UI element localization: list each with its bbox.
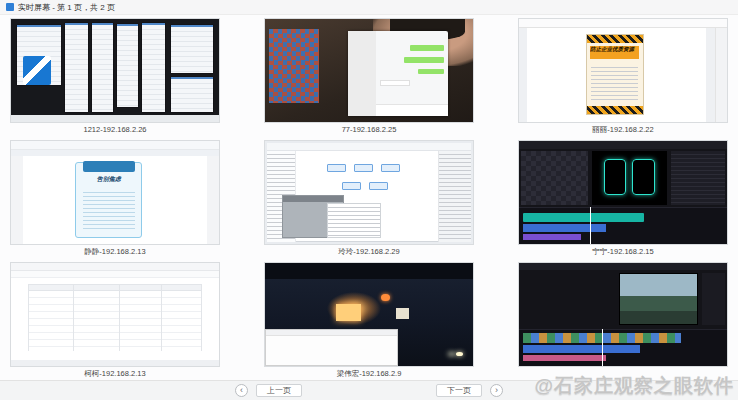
screen-thumbnail[interactable]: 告别焦虑 xyxy=(10,140,220,245)
table-gridline xyxy=(119,284,120,351)
screen-thumbnail[interactable] xyxy=(518,262,728,367)
preview-panel xyxy=(619,273,698,325)
flow-node xyxy=(327,164,346,172)
screen-thumbnail[interactable]: 防止企业优质资源 xyxy=(518,18,728,123)
timeline-clip xyxy=(523,355,606,361)
screen-thumbnail[interactable] xyxy=(264,140,474,245)
screens-grid: 1212-192.168.2.26 77-192.168.2.25 xyxy=(0,15,738,400)
app-toolbar xyxy=(11,263,219,271)
screen-thumbnail[interactable] xyxy=(264,18,474,123)
playhead xyxy=(602,329,603,366)
screen-tile[interactable]: 77-192.168.2.25 xyxy=(264,18,474,134)
screen-caption: 1212-192.168.2.26 xyxy=(10,125,220,134)
app-titlebar xyxy=(267,143,471,151)
properties-panel xyxy=(671,151,725,205)
pagination-spacer xyxy=(310,390,428,391)
street-sign xyxy=(396,308,408,318)
note-ribbon xyxy=(83,161,135,171)
screen-caption: 静静-192.168.2.13 xyxy=(10,247,220,256)
screen-tile[interactable]: 玲玲-192.168.2.29 xyxy=(264,140,474,256)
screen-thumbnail[interactable] xyxy=(10,262,220,367)
screen-tile[interactable]: 1212-192.168.2.26 xyxy=(10,18,220,134)
lantern-light xyxy=(381,294,389,301)
clip-library xyxy=(523,273,610,325)
timeline-clip xyxy=(523,234,581,240)
preview-panel xyxy=(592,151,667,205)
next-page-circle-button[interactable]: › xyxy=(490,384,503,397)
side-toolbar xyxy=(715,28,727,122)
mini-window xyxy=(117,24,138,106)
screen-caption: 77-192.168.2.25 xyxy=(264,125,474,134)
screen-tile[interactable]: 告别焦虑 静静-192.168.2.13 xyxy=(10,140,220,256)
next-page-button[interactable]: 下一页 xyxy=(436,384,482,397)
neon-frame xyxy=(604,159,626,195)
screen-caption xyxy=(518,369,728,378)
page-margin xyxy=(11,156,23,244)
editor-topbar xyxy=(519,141,727,149)
overlay-titlebar xyxy=(283,196,343,203)
timeline-clip xyxy=(523,345,639,352)
prev-page-circle-button[interactable]: ‹ xyxy=(235,384,248,397)
table-header-row xyxy=(28,284,203,291)
left-arrow-icon: ‹ xyxy=(240,386,243,395)
hazard-stripe xyxy=(587,106,643,114)
page-margin xyxy=(207,156,219,244)
neon-frame xyxy=(632,159,654,195)
right-rail xyxy=(702,273,725,325)
screen-tile[interactable] xyxy=(518,262,728,378)
overlay-titlebar xyxy=(266,330,397,336)
note-text-lines xyxy=(83,189,135,229)
mini-window xyxy=(142,23,165,112)
titlebar: 实时屏幕 - 第 1 页，共 2 页 xyxy=(0,0,738,15)
app-icon xyxy=(6,3,14,11)
screen-caption: 梁伟宏-192.168.2.9 xyxy=(264,369,474,378)
mini-window xyxy=(65,23,88,112)
chat-bubble xyxy=(380,80,410,86)
table-gridline xyxy=(161,284,162,351)
ribbon-bar xyxy=(11,150,219,156)
screen-caption: 丽丽-192.168.2.22 xyxy=(518,125,728,134)
screen-thumbnail[interactable] xyxy=(518,140,728,245)
screen-tile[interactable]: 柯柯-192.168.2.13 xyxy=(10,262,220,378)
mini-taskbar xyxy=(11,360,219,366)
screen-caption: 玲玲-192.168.2.29 xyxy=(264,247,474,256)
window-title: 实时屏幕 - 第 1 页，共 2 页 xyxy=(18,2,115,13)
chat-input xyxy=(376,104,448,116)
mini-window xyxy=(171,77,213,112)
media-panel xyxy=(521,151,588,205)
poster-title: 防止企业优质资源 xyxy=(590,46,639,59)
warning-poster: 防止企业优质资源 xyxy=(586,34,644,114)
pagination-bar: ‹ 上一页 下一页 › xyxy=(0,380,738,400)
note-title: 告别焦虑 xyxy=(80,175,138,184)
screen-caption: 柯柯-192.168.2.13 xyxy=(10,369,220,378)
desktop-icons xyxy=(269,29,319,103)
chat-bubble xyxy=(410,45,444,51)
poster-text-lines xyxy=(591,64,638,102)
note-poster: 告别焦虑 xyxy=(75,162,142,238)
car-headlight xyxy=(456,352,462,356)
right-arrow-icon: › xyxy=(495,386,498,395)
screen-tile[interactable]: 防止企业优质资源 丽丽-192.168.2.22 xyxy=(518,18,728,134)
screen-caption: 宁宁-192.168.2.15 xyxy=(518,247,728,256)
screen-thumbnail[interactable] xyxy=(10,18,220,123)
playhead xyxy=(590,207,591,244)
blue-logo-icon xyxy=(23,56,50,85)
flow-node xyxy=(381,164,400,172)
mini-window xyxy=(171,25,213,72)
screen-thumbnail[interactable] xyxy=(264,262,474,367)
overlay-window xyxy=(265,329,398,366)
table-gridline xyxy=(73,284,74,351)
chat-list-panel xyxy=(348,31,376,115)
flow-node xyxy=(369,182,388,190)
flow-node xyxy=(354,164,373,172)
chat-bubble xyxy=(404,57,444,63)
hazard-stripe xyxy=(587,35,643,43)
screen-tile[interactable]: 宁宁-192.168.2.15 xyxy=(518,140,728,256)
right-panel xyxy=(438,151,471,242)
prev-page-button[interactable]: 上一页 xyxy=(256,384,302,397)
mini-window xyxy=(92,23,113,112)
chat-bubble xyxy=(418,69,444,75)
screen-tile[interactable]: 梁伟宏-192.168.2.9 xyxy=(264,262,474,378)
shop-window-light xyxy=(336,304,361,320)
editor-topbar xyxy=(519,263,727,270)
